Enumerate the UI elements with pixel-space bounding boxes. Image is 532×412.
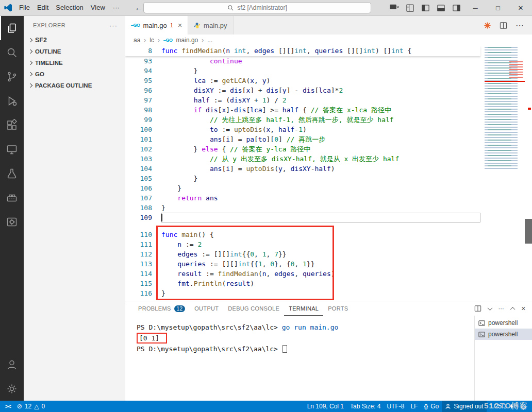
sidebar-item-go[interactable]: GO — [24, 68, 125, 80]
line-number[interactable]: 103 — [125, 154, 161, 164]
account-status[interactable]: Signed out — [442, 401, 486, 412]
line-number[interactable]: 102 — [125, 144, 161, 154]
settings-gear-icon[interactable] — [0, 376, 24, 401]
window-minimize-button[interactable]: ─ — [464, 0, 487, 15]
code-text[interactable]: } — [161, 174, 480, 183]
sidebar-item-outline[interactable]: OUTLINE — [24, 46, 125, 57]
code-text[interactable] — [161, 213, 480, 222]
line-number[interactable]: 97 — [125, 95, 161, 105]
line-number[interactable]: 95 — [125, 76, 161, 85]
line-number[interactable]: 94 — [125, 66, 161, 76]
code-text[interactable]: lca := getLCA(x, y) — [161, 76, 480, 85]
line-number[interactable]: 101 — [125, 134, 161, 144]
terminal-list-item[interactable]: powershell — [475, 317, 532, 329]
code-text[interactable]: ans[i] = uptoDis(y, disXY-half) — [161, 164, 480, 174]
containers-icon[interactable] — [0, 185, 24, 210]
code-line-104[interactable]: 104 ans[i] = uptoDis(y, disXY-half) — [125, 164, 480, 174]
toolbox-icon[interactable] — [0, 210, 24, 234]
tab-main-py[interactable]: main.py — [188, 16, 234, 35]
run-debug-icon[interactable] — [0, 89, 24, 113]
line-number[interactable]: 93 — [125, 56, 161, 66]
cursor-position-status[interactable]: Ln 109, Col 1 — [304, 401, 347, 412]
sidebar-more-icon[interactable]: ··· — [109, 22, 118, 29]
code-text[interactable]: disXY := dis[x] + dis[y] - dis[lca]*2 — [161, 85, 480, 95]
code-line-96[interactable]: 96 disXY := dis[x] + dis[y] - dis[lca]*2 — [125, 85, 480, 95]
breadcrumb-item[interactable]: aa — [134, 37, 140, 44]
window-maximize-button[interactable]: □ — [487, 0, 509, 15]
tab-close-icon[interactable]: × — [178, 21, 182, 29]
eol-status[interactable]: LF — [407, 401, 421, 412]
sidebar-item-sf2[interactable]: SF2 — [24, 35, 125, 46]
remote-explorer-icon[interactable] — [0, 137, 24, 161]
code-line-101[interactable]: 101 ans[i] = pa[to][0] // 再跳一步 — [125, 134, 480, 144]
panel-tab-problems[interactable]: PROBLEMS 12 — [134, 301, 190, 316]
menu-selection[interactable]: Selection — [52, 2, 87, 13]
code-text[interactable]: half := (disXY + 1) / 2 — [161, 95, 480, 105]
encoding-status[interactable]: UTF-8 — [384, 401, 407, 412]
code-line-93[interactable]: 93 continue — [125, 56, 480, 66]
menu-edit[interactable]: Edit — [34, 2, 52, 13]
search-activity-icon[interactable] — [0, 40, 24, 64]
remote-indicator[interactable]: >< — [2, 401, 14, 412]
account-icon[interactable] — [0, 352, 24, 376]
editor-more-icon[interactable]: ⋯ — [516, 21, 524, 30]
tab-main-go[interactable]: ‒GO main.go 1 × — [125, 16, 188, 35]
code-text[interactable]: to := uptoDis(x, half-1) — [161, 125, 480, 134]
code-text[interactable]: } — [161, 183, 480, 193]
scrollbar-thumb[interactable] — [525, 219, 532, 244]
line-number[interactable]: 106 — [125, 183, 161, 193]
line-number[interactable]: 98 — [125, 105, 161, 115]
code-text[interactable]: } — [161, 66, 480, 76]
code-text[interactable]: continue — [161, 56, 480, 66]
problems-status[interactable]: ⊘12 △0 — [14, 401, 48, 412]
code-line-102[interactable]: 102 } else { // 答案在 y-lca 路径中 — [125, 144, 480, 154]
extensions-icon[interactable] — [0, 113, 24, 137]
code-editor[interactable]: 8 func findMedian(n int, edges [][]int, … — [125, 46, 532, 301]
code-line-99[interactable]: 99 // 先往上跳至多 half-1, 然后再跳一步, 就是至少 half — [125, 115, 480, 125]
code-text[interactable]: // 先往上跳至多 half-1, 然后再跳一步, 就是至少 half — [161, 115, 480, 125]
panel-tab-debug-console[interactable]: DEBUG CONSOLE — [223, 301, 284, 316]
code-line-108[interactable]: 108} — [125, 203, 480, 213]
panel-tab-terminal[interactable]: TERMINAL — [284, 301, 323, 316]
sidebar-item-package-outline[interactable]: PACKAGE OUTLINE — [24, 80, 125, 91]
menu-overflow[interactable]: ··· — [109, 2, 124, 13]
layout-customize-icon[interactable] — [402, 0, 418, 15]
code-line-98[interactable]: 98 if dis[x]-dis[lca] >= half { // 答案在 x… — [125, 105, 480, 115]
indentation-status[interactable]: Tab Size: 4 — [347, 401, 384, 412]
code-text[interactable]: return ans — [161, 193, 480, 203]
line-number[interactable]: 99 — [125, 115, 161, 125]
line-number[interactable]: 105 — [125, 174, 161, 183]
menu-file[interactable]: File — [15, 2, 34, 13]
code-line-95[interactable]: 95 lca := getLCA(x, y) — [125, 76, 480, 85]
panel-more-icon[interactable]: ⋯ — [498, 305, 504, 312]
code-line-94[interactable]: 94 } — [125, 66, 480, 76]
command-center-search[interactable]: sf2 [Administrator] — [143, 2, 371, 13]
toggle-sidebar-icon[interactable] — [418, 0, 433, 15]
terminal-list-item[interactable]: powershell — [475, 329, 532, 340]
breadcrumb-item[interactable]: lc — [149, 37, 154, 44]
line-number[interactable]: 107 — [125, 193, 161, 203]
line-number[interactable]: 100 — [125, 125, 161, 134]
line-number[interactable]: 109 — [125, 213, 161, 222]
code-line-103[interactable]: 103 // 从 y 出发至多 disXY-half, 就是从 x 出发至少 h… — [125, 154, 480, 164]
sticky-line[interactable]: 8 func findMedian(n int, edges [][]int, … — [125, 46, 480, 56]
terminal-output[interactable]: PS D:\mysetup\gopath\src\sf2\aa\lc> go r… — [125, 316, 474, 401]
terminal-profile-chevron-icon[interactable] — [487, 305, 492, 311]
code-line-109[interactable]: 109 — [125, 213, 480, 222]
code-line-106[interactable]: 106 } — [125, 183, 480, 193]
source-control-icon[interactable] — [0, 64, 24, 89]
line-number[interactable]: 96 — [125, 85, 161, 95]
explorer-icon[interactable] — [0, 16, 24, 40]
panel-close-icon[interactable]: ✕ — [521, 305, 526, 312]
code-line-105[interactable]: 105 } — [125, 174, 480, 183]
code-text[interactable]: ans[i] = pa[to][0] // 再跳一步 — [161, 134, 480, 144]
code-text[interactable]: if dis[x]-dis[lca] >= half { // 答案在 x-lc… — [161, 105, 480, 115]
nav-back-icon[interactable]: ← — [135, 4, 142, 12]
line-number[interactable]: 104 — [125, 164, 161, 174]
breadcrumb-item[interactable]: main.go — [176, 37, 198, 44]
code-text[interactable]: // 从 y 出发至多 disXY-half, 就是从 x 出发至少 half — [161, 154, 480, 164]
split-terminal-icon[interactable] — [474, 305, 481, 312]
panel-maximize-icon[interactable] — [510, 306, 515, 312]
line-number[interactable]: 108 — [125, 203, 161, 213]
code-text[interactable]: } else { // 答案在 y-lca 路径中 — [161, 144, 480, 154]
